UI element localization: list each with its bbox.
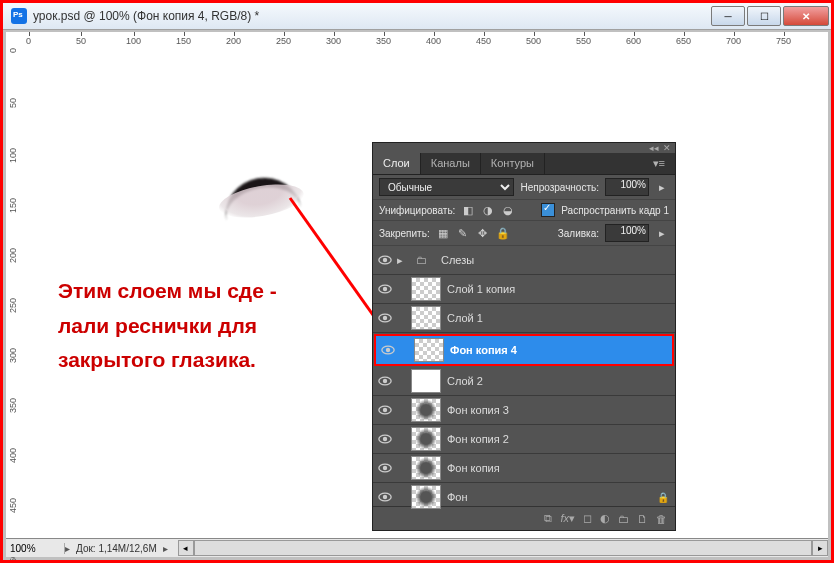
visibility-toggle-icon[interactable] xyxy=(373,492,397,502)
svg-point-10 xyxy=(383,379,387,383)
lock-label: Закрепить: xyxy=(379,228,430,239)
horizontal-ruler: 0501001502002503003504004505005506006507… xyxy=(22,32,828,49)
layer-mask-icon[interactable]: ◻ xyxy=(583,512,592,525)
layer-row[interactable]: Фон копия 3 xyxy=(373,396,675,425)
scroll-right-button[interactable]: ▸ xyxy=(812,540,828,556)
fill-label: Заливка: xyxy=(558,228,599,239)
folder-icon: 🗀 xyxy=(407,249,435,271)
window-minimize-button[interactable]: ─ xyxy=(711,6,745,26)
layer-name[interactable]: Фон копия 2 xyxy=(447,433,669,445)
svg-point-4 xyxy=(383,287,387,291)
lock-pixels-icon[interactable]: ✎ xyxy=(456,226,470,240)
status-bar: 100% ▸ Док: 1,14M/12,6M ▸ ◂ ▸ xyxy=(6,538,828,557)
h-scrollbar[interactable]: ◂ ▸ xyxy=(178,540,828,556)
scroll-track[interactable] xyxy=(194,540,812,556)
tab-layers[interactable]: Слои xyxy=(373,153,421,174)
visibility-toggle-icon[interactable] xyxy=(373,434,397,444)
delete-layer-icon[interactable]: 🗑 xyxy=(656,513,667,525)
ruler-h-tick: 100 xyxy=(126,36,141,46)
ruler-h-tick: 0 xyxy=(26,36,31,46)
tab-channels[interactable]: Каналы xyxy=(421,153,481,174)
layer-thumb xyxy=(411,306,441,330)
visibility-toggle-icon[interactable] xyxy=(373,463,397,473)
svg-point-8 xyxy=(386,348,390,352)
panel-collapse-icon[interactable]: ◂◂ xyxy=(649,143,659,153)
doc-flyout-icon[interactable]: ▸ xyxy=(163,543,168,554)
propagate-checkbox[interactable] xyxy=(541,203,555,217)
adjustment-layer-icon[interactable]: ◐ xyxy=(600,512,610,525)
doc-size-label: Док: 1,14M/12,6M xyxy=(70,543,163,554)
layer-row[interactable]: ▸🗀Слезы xyxy=(373,246,675,275)
svg-point-2 xyxy=(383,258,387,262)
link-layers-icon[interactable]: ⧉ xyxy=(544,512,552,525)
unify-label: Унифицировать: xyxy=(379,205,455,216)
layer-name[interactable]: Фон xyxy=(447,491,657,503)
new-group-icon[interactable]: 🗀 xyxy=(618,513,629,525)
visibility-toggle-icon[interactable] xyxy=(376,345,400,355)
layer-thumb xyxy=(411,277,441,301)
panel-top-bar: ◂◂ ✕ xyxy=(373,143,675,153)
svg-point-14 xyxy=(383,437,387,441)
layer-name[interactable]: Фон копия xyxy=(447,462,669,474)
layer-row[interactable]: Слой 1 копия xyxy=(373,275,675,304)
ruler-h-tick: 500 xyxy=(526,36,541,46)
layer-name[interactable]: Слой 2 xyxy=(447,375,669,387)
expand-icon[interactable]: ▸ xyxy=(397,254,403,267)
layer-name[interactable]: Слой 1 xyxy=(447,312,669,324)
lock-position-icon[interactable]: ✥ xyxy=(476,226,490,240)
layers-panel[interactable]: ◂◂ ✕ Слои Каналы Контуры ▾≡ Обычные Непр… xyxy=(372,142,676,531)
propagate-label: Распространить кадр 1 xyxy=(561,205,669,216)
layer-name[interactable]: Слой 1 копия xyxy=(447,283,669,295)
tab-paths[interactable]: Контуры xyxy=(481,153,545,174)
zoom-input[interactable]: 100% xyxy=(6,543,65,554)
window-maximize-button[interactable]: ☐ xyxy=(747,6,781,26)
visibility-toggle-icon[interactable] xyxy=(373,284,397,294)
visibility-toggle-icon[interactable] xyxy=(373,255,397,265)
ruler-v-tick: 50 xyxy=(8,98,18,108)
visibility-toggle-icon[interactable] xyxy=(373,313,397,323)
lock-transparency-icon[interactable]: ▦ xyxy=(436,226,450,240)
blend-mode-select[interactable]: Обычные xyxy=(379,178,514,196)
unify-visibility-icon[interactable]: ◑ xyxy=(481,203,495,217)
panel-close-icon[interactable]: ✕ xyxy=(663,143,671,153)
editor-area: 0501001502002503003504004505005506006507… xyxy=(6,32,828,539)
new-layer-icon[interactable]: 🗋 xyxy=(637,513,648,525)
panel-menu-icon[interactable]: ▾≡ xyxy=(643,153,675,174)
layer-row[interactable]: Слой 1 xyxy=(373,304,675,333)
ruler-h-tick: 550 xyxy=(576,36,591,46)
vertical-ruler: 050100150200250300350400450500 xyxy=(6,48,23,539)
layer-name[interactable]: Слезы xyxy=(441,254,669,266)
panel-footer: ⧉ fx▾ ◻ ◐ 🗀 🗋 🗑 xyxy=(373,506,675,530)
visibility-toggle-icon[interactable] xyxy=(373,405,397,415)
layer-row[interactable]: Фон копия 4 xyxy=(374,334,674,366)
layer-fx-icon[interactable]: fx▾ xyxy=(560,512,575,525)
fill-flyout-icon[interactable]: ▸ xyxy=(655,226,669,240)
fill-input[interactable]: 100% xyxy=(605,224,649,242)
ruler-v-tick: 0 xyxy=(8,48,18,53)
annotation-line2: лали реснички для xyxy=(58,309,277,344)
ruler-h-tick: 600 xyxy=(626,36,641,46)
layer-row[interactable]: Фон копия xyxy=(373,454,675,483)
opacity-flyout-icon[interactable]: ▸ xyxy=(655,180,669,194)
ruler-h-tick: 750 xyxy=(776,36,791,46)
layer-list: ▸🗀СлезыСлой 1 копияСлой 1Фон копия 4Слой… xyxy=(373,246,675,506)
unify-style-icon[interactable]: ◒ xyxy=(501,203,515,217)
visibility-toggle-icon[interactable] xyxy=(373,376,397,386)
ruler-v-tick: 350 xyxy=(8,398,18,413)
layer-row[interactable]: Фон копия 2 xyxy=(373,425,675,454)
layer-name[interactable]: Фон копия 4 xyxy=(450,344,666,356)
opacity-input[interactable]: 100% xyxy=(605,178,649,196)
window-close-button[interactable]: ✕ xyxy=(783,6,829,26)
canvas[interactable]: Этим слоем мы сде - лали реснички для за… xyxy=(22,48,828,539)
layer-row[interactable]: Слой 2 xyxy=(373,367,675,396)
scroll-left-button[interactable]: ◂ xyxy=(178,540,194,556)
svg-point-16 xyxy=(383,466,387,470)
ruler-h-tick: 200 xyxy=(226,36,241,46)
layer-name[interactable]: Фон копия 3 xyxy=(447,404,669,416)
ruler-h-tick: 50 xyxy=(76,36,86,46)
unify-position-icon[interactable]: ◧ xyxy=(461,203,475,217)
photoshop-app-icon xyxy=(11,8,27,24)
lock-icon: 🔒 xyxy=(657,492,669,503)
lock-all-icon[interactable]: 🔒 xyxy=(496,226,510,240)
ruler-v-tick: 300 xyxy=(8,348,18,363)
